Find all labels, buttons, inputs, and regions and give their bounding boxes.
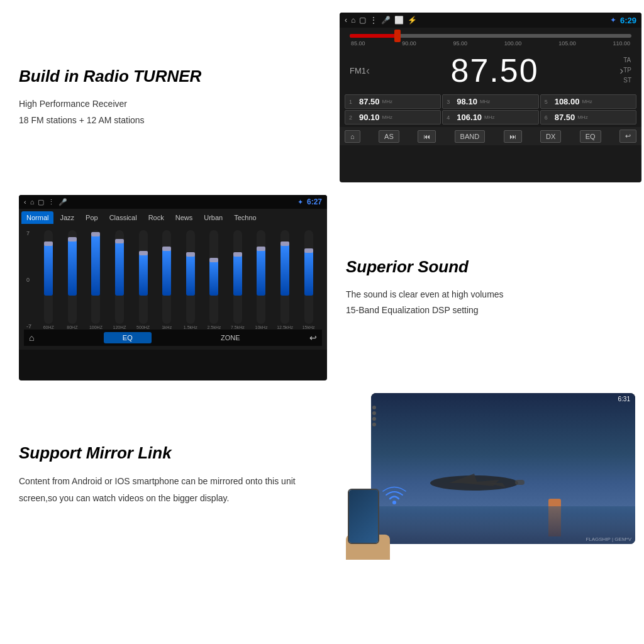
eq-mic-icon: 🎤 [58, 198, 67, 206]
bluetooth-icon: ✦ [610, 16, 616, 25]
eq-home-button[interactable]: ⌂ [29, 333, 34, 343]
eq-tab-techno[interactable]: Techno [229, 211, 261, 224]
eq-tab-pop[interactable]: Pop [80, 211, 103, 224]
eq-label-12-5khz: 12.5kHz [277, 325, 293, 330]
eq-tab-rock[interactable]: Rock [143, 211, 169, 224]
status-icons: ‹ ⌂ ▢ ⋮ 🎤 ⬜ ⚡ [345, 16, 417, 25]
eq-band-500hz: 500HZ [132, 230, 154, 330]
eq-tab-classical[interactable]: Classical [104, 211, 142, 224]
eq-tab-jazz[interactable]: Jazz [55, 211, 79, 224]
eq-band-track-80hz[interactable] [68, 230, 77, 324]
eq-label-10khz: 10kHz [255, 325, 268, 330]
eq-thumb-7-5khz[interactable] [233, 252, 242, 257]
eq-back-button[interactable]: ↩ [309, 333, 317, 343]
eq-band-fill-7-5khz [233, 255, 242, 296]
eq-button[interactable]: EQ [580, 130, 601, 143]
scale-mid: 0 [26, 277, 34, 283]
eq-thumb-120hz[interactable] [115, 239, 124, 243]
eq-band-track-60hz[interactable] [44, 230, 53, 324]
dx-button[interactable]: DX [540, 130, 561, 143]
eq-screen: ‹ ⌂ ▢ ⋮ 🎤 ✦ 6:27 Normal Jazz Pop Classic… [19, 195, 327, 380]
eq-band-track-120hz[interactable] [115, 230, 124, 324]
mirror-img-section: 6:31 FLAGSHIP | GEM*V [333, 387, 644, 563]
eq-band-fill-1-5khz [186, 255, 195, 296]
side-controls [372, 406, 376, 426]
eq-thumb-80hz[interactable] [68, 237, 77, 242]
eq-thumb-500hz[interactable] [139, 251, 148, 255]
eq-band-track-500hz[interactable] [139, 230, 148, 324]
eq-sliders: 60HZ 80HZ [38, 230, 319, 330]
fm-frequency: 87.50 [370, 52, 619, 89]
eq-band-track-1-5khz[interactable] [186, 230, 195, 324]
sound-text-section: Superior Sound The sound is clear even a… [333, 189, 644, 387]
prev-button[interactable]: ⏮ [418, 130, 436, 143]
eq-thumb-15khz[interactable] [304, 248, 313, 253]
eq-tab-urban[interactable]: Urban [199, 211, 228, 224]
eq-thumb-1-5khz[interactable] [186, 252, 195, 257]
radio-title: Build in Radio TURNER [19, 67, 321, 86]
eq-band-track-2-5khz[interactable] [209, 230, 218, 324]
eq-band-fill-100hz [91, 235, 100, 296]
tuner-thumb[interactable] [394, 30, 401, 42]
eq-status-icons: ‹ ⌂ ▢ ⋮ 🎤 [24, 198, 67, 206]
mic-icon: 🎤 [381, 16, 391, 25]
eq-thumb-12-5khz[interactable] [280, 242, 289, 246]
eq-band-2-5khz: 2.5kHz [203, 230, 225, 330]
eq-band-track-100hz[interactable] [91, 230, 100, 324]
eq-band-1khz: 1kHz [156, 230, 178, 330]
home-button[interactable]: ⌂ [345, 130, 360, 143]
eq-thumb-10khz[interactable] [257, 247, 265, 251]
eq-status-bar: ‹ ⌂ ▢ ⋮ 🎤 ✦ 6:27 [19, 195, 327, 209]
eq-square-icon: ▢ [38, 198, 44, 206]
mirror-text-section: Support Mirror Link Content from Android… [13, 387, 333, 563]
eq-thumb-100hz[interactable] [91, 232, 100, 236]
eq-label-500hz: 500HZ [136, 325, 150, 330]
tuner-slider-area: 85.00 90.00 95.00 100.00 105.00 110.00 [340, 28, 641, 49]
eq-eq-button[interactable]: EQ [104, 332, 152, 343]
eq-thumb-2-5khz[interactable] [209, 258, 218, 262]
eq-band-fill-80hz [68, 240, 77, 296]
menu-icon: ⋮ [370, 16, 377, 25]
radio-status-bar: ‹ ⌂ ▢ ⋮ 🎤 ⬜ ⚡ ✦ 6:29 [340, 13, 641, 28]
eq-band-100hz: 100HZ [85, 230, 107, 330]
as-button[interactable]: AS [379, 130, 399, 143]
eq-band-12-5khz: 12.5kHz [274, 230, 296, 330]
eq-band-track-7-5khz[interactable] [233, 230, 242, 324]
eq-band-track-10khz[interactable] [257, 230, 265, 324]
eq-tab-normal[interactable]: Normal [21, 211, 53, 224]
usb-icon: ⚡ [408, 16, 417, 25]
eq-tabs: Normal Jazz Pop Classical Rock News Urba… [19, 209, 327, 224]
square-icon: ▢ [359, 16, 366, 25]
eq-back-icon: ‹ [24, 198, 26, 206]
car-screen: 6:31 FLAGSHIP | GEM*V [371, 393, 635, 544]
sound-desc-line2: 15-Band Equalization DSP setting [346, 303, 635, 318]
wifi-icon [382, 484, 407, 509]
eq-label-100hz: 100HZ [89, 325, 103, 330]
eq-band-track-1khz[interactable] [162, 230, 171, 324]
eq-tab-news[interactable]: News [170, 211, 198, 224]
eq-band-fill-12-5khz [280, 244, 289, 296]
preset-1[interactable]: 1 87.50 MHz [345, 94, 441, 109]
back-button[interactable]: ↩ [619, 130, 636, 143]
control-dot-3 [372, 417, 376, 421]
eq-label-2-5khz: 2.5kHz [207, 325, 221, 330]
eq-band-track-12-5khz[interactable] [280, 230, 289, 324]
scene-background: 6:31 FLAGSHIP | GEM*V [371, 393, 635, 544]
eq-thumb-1khz[interactable] [162, 247, 171, 251]
preset-3[interactable]: 3 98.10 MHz [442, 94, 538, 109]
eq-label-80hz: 80HZ [67, 325, 77, 330]
preset-6[interactable]: 6 87.50 MHz [540, 110, 636, 125]
next-button[interactable]: ⏭ [504, 130, 522, 143]
eq-zone-button[interactable]: ZONE [221, 334, 240, 341]
sound-desc-line1: The sound is clear even at high volumes [346, 287, 635, 303]
mirror-desc: Content from Android or IOS smartphone c… [19, 473, 321, 506]
eq-band-track-15khz[interactable] [304, 230, 313, 324]
preset-5[interactable]: 5 108.00 MHz [540, 94, 636, 109]
screen-time-overlay: 6:31 [618, 396, 630, 402]
band-button[interactable]: BAND [455, 130, 486, 143]
eq-thumb-60hz[interactable] [44, 242, 53, 246]
preset-2[interactable]: 2 90.10 MHz [345, 110, 441, 125]
svg-point-5 [392, 501, 396, 504]
eq-label-1khz: 1kHz [162, 325, 172, 330]
preset-4[interactable]: 4 106.10 MHz [442, 110, 538, 125]
